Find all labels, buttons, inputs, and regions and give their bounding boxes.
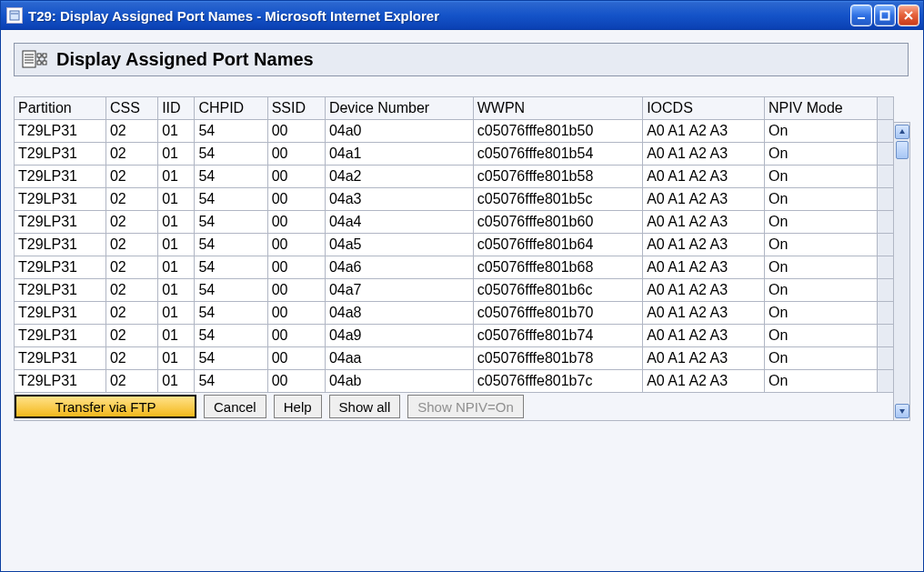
col-ssid[interactable]: SSID [267, 97, 325, 120]
cell-chpid: 54 [195, 166, 267, 188]
table-row[interactable]: T29LP310201540004aac05076fffe801b78A0 A1… [15, 347, 894, 370]
cell-devnum: 04aa [325, 347, 473, 370]
cell-scroll-spacer [878, 120, 894, 143]
cell-devnum: 04a4 [325, 211, 473, 234]
table-row[interactable]: T29LP310201540004a4c05076fffe801b60A0 A1… [15, 211, 894, 234]
content-area: Display Assigned Port Names Partition CS… [1, 30, 923, 571]
vertical-scrollbar[interactable] [894, 122, 910, 421]
titlebar: T29: Display Assigned Port Names - Micro… [1, 1, 923, 30]
cell-partition: T29LP31 [15, 188, 106, 211]
application-window: T29: Display Assigned Port Names - Micro… [0, 0, 924, 572]
cell-chpid: 54 [195, 143, 267, 166]
cell-iocds: A0 A1 A2 A3 [643, 325, 765, 347]
cell-ssid: 00 [267, 347, 325, 370]
show-all-button[interactable]: Show all [329, 395, 401, 418]
table-header-row: Partition CSS IID CHPID SSID Device Numb… [15, 97, 894, 120]
cell-iocds: A0 A1 A2 A3 [643, 120, 765, 143]
cell-css: 02 [105, 370, 157, 393]
svg-rect-7 [43, 61, 46, 65]
cell-wwpn: c05076fffe801b7c [473, 370, 642, 393]
cell-wwpn: c05076fffe801b68 [473, 256, 642, 279]
cell-iocds: A0 A1 A2 A3 [643, 370, 765, 393]
table-row[interactable]: T29LP310201540004a6c05076fffe801b68A0 A1… [15, 256, 894, 279]
cell-css: 02 [105, 211, 157, 234]
table-row[interactable]: T29LP310201540004a0c05076fffe801b50A0 A1… [15, 120, 894, 143]
cell-chpid: 54 [195, 347, 267, 370]
cell-devnum: 04a5 [325, 234, 473, 256]
cell-iocds: A0 A1 A2 A3 [643, 188, 765, 211]
col-css[interactable]: CSS [105, 97, 157, 120]
show-npiv-on-button: Show NPIV=On [407, 395, 523, 418]
table-row[interactable]: T29LP310201540004a3c05076fffe801b5cA0 A1… [15, 188, 894, 211]
table-row[interactable]: T29LP310201540004a8c05076fffe801b70A0 A1… [15, 302, 894, 325]
cell-wwpn: c05076fffe801b60 [473, 211, 642, 234]
cell-iocds: A0 A1 A2 A3 [643, 302, 765, 325]
cell-partition: T29LP31 [15, 256, 106, 279]
cell-wwpn: c05076fffe801b74 [473, 325, 642, 347]
minimize-button[interactable] [850, 5, 872, 26]
scroll-up-arrow-icon[interactable] [895, 125, 909, 139]
svg-rect-4 [37, 54, 41, 57]
cell-iid: 01 [158, 256, 195, 279]
cell-iid: 01 [158, 188, 195, 211]
cancel-button[interactable]: Cancel [204, 395, 266, 418]
help-button[interactable]: Help [274, 395, 322, 418]
cell-npiv: On [764, 234, 877, 256]
cell-iid: 01 [158, 325, 195, 347]
cell-ssid: 00 [267, 370, 325, 393]
panel-title: Display Assigned Port Names [56, 49, 314, 70]
table-row[interactable]: T29LP310201540004a1c05076fffe801b54A0 A1… [15, 143, 894, 166]
cell-scroll-spacer [878, 279, 894, 302]
cell-chpid: 54 [195, 211, 267, 234]
transfer-ftp-button[interactable]: Transfer via FTP [15, 395, 196, 418]
col-wwpn[interactable]: WWPN [473, 97, 642, 120]
cell-iocds: A0 A1 A2 A3 [643, 279, 765, 302]
col-partition[interactable]: Partition [15, 97, 106, 120]
col-devnum[interactable]: Device Number [325, 97, 473, 120]
svg-rect-3 [23, 51, 35, 67]
col-iocds[interactable]: IOCDS [643, 97, 765, 120]
cell-partition: T29LP31 [15, 370, 106, 393]
maximize-button[interactable] [874, 5, 896, 26]
cell-css: 02 [105, 325, 157, 347]
cell-iocds: A0 A1 A2 A3 [643, 143, 765, 166]
document-list-icon [22, 50, 47, 70]
cell-iid: 01 [158, 120, 195, 143]
cell-ssid: 00 [267, 166, 325, 188]
cell-iocds: A0 A1 A2 A3 [643, 256, 765, 279]
cell-ssid: 00 [267, 279, 325, 302]
cell-npiv: On [764, 370, 877, 393]
table-row[interactable]: T29LP310201540004a9c05076fffe801b74A0 A1… [15, 325, 894, 347]
col-chpid[interactable]: CHPID [195, 97, 267, 120]
cell-scroll-spacer [878, 256, 894, 279]
cell-chpid: 54 [195, 120, 267, 143]
cell-iid: 01 [158, 347, 195, 370]
table-row[interactable]: T29LP310201540004a2c05076fffe801b58A0 A1… [15, 166, 894, 188]
cell-ssid: 00 [267, 211, 325, 234]
cell-partition: T29LP31 [15, 211, 106, 234]
cell-iid: 01 [158, 211, 195, 234]
cell-npiv: On [764, 325, 877, 347]
cell-npiv: On [764, 166, 877, 188]
scroll-down-arrow-icon[interactable] [895, 404, 909, 418]
cell-iid: 01 [158, 143, 195, 166]
table-row[interactable]: T29LP310201540004a7c05076fffe801b6cA0 A1… [15, 279, 894, 302]
cell-ssid: 00 [267, 234, 325, 256]
cell-css: 02 [105, 279, 157, 302]
col-npiv[interactable]: NPIV Mode [764, 97, 877, 120]
scroll-thumb[interactable] [896, 141, 909, 159]
col-iid[interactable]: IID [158, 97, 195, 120]
table-row[interactable]: T29LP310201540004abc05076fffe801b7cA0 A1… [15, 370, 894, 393]
scroll-track[interactable] [895, 159, 909, 402]
table-row[interactable]: T29LP310201540004a5c05076fffe801b64A0 A1… [15, 234, 894, 256]
cell-ssid: 00 [267, 143, 325, 166]
close-button[interactable] [898, 5, 919, 26]
cell-iocds: A0 A1 A2 A3 [643, 166, 765, 188]
cell-devnum: 04a9 [325, 325, 473, 347]
cell-npiv: On [764, 256, 877, 279]
cell-ssid: 00 [267, 188, 325, 211]
cell-scroll-spacer [878, 188, 894, 211]
port-table: Partition CSS IID CHPID SSID Device Numb… [14, 96, 894, 393]
cell-partition: T29LP31 [15, 347, 106, 370]
cell-css: 02 [105, 302, 157, 325]
